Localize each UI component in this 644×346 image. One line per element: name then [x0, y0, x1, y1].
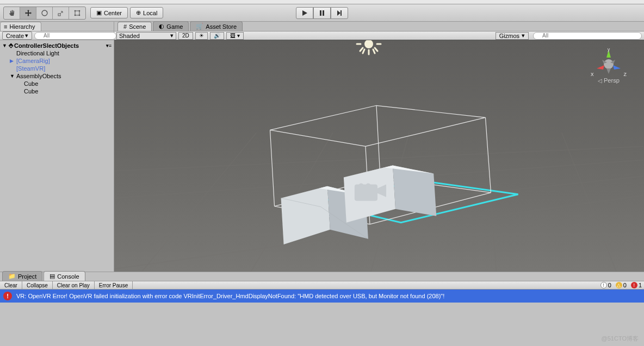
svg-line-16 [363, 49, 364, 53]
svg-point-30 [604, 59, 614, 69]
svg-point-3 [75, 10, 76, 11]
main-toolbar: ▣Center ⊕Local [0, 4, 644, 22]
svg-line-22 [142, 133, 256, 272]
svg-rect-9 [340, 10, 342, 16]
scale-tool[interactable] [53, 7, 69, 19]
gizmos-dropdown[interactable]: Gizmos▾ [496, 32, 529, 40]
play-controls [296, 7, 348, 19]
pause-button[interactable] [313, 7, 331, 19]
unity-icon: ⬘ [9, 42, 13, 49]
cart-icon: 🛒 [196, 23, 203, 30]
step-button[interactable] [331, 7, 348, 19]
svg-line-17 [373, 49, 375, 53]
scene-menu-icon[interactable]: ▾≡ [106, 43, 112, 48]
svg-point-29 [366, 184, 371, 189]
move-tool[interactable] [20, 7, 36, 19]
svg-line-12 [360, 48, 363, 51]
scene-root[interactable]: ▼⬘ControllerSlectObjects▾≡ [0, 41, 114, 49]
hierarchy-item[interactable]: ▶[CameraRig] [0, 57, 114, 65]
hierarchy-item[interactable]: Directional Light [0, 49, 114, 57]
error-message-text: VR: OpenVR Error! OpenVR failed initiali… [16, 293, 444, 299]
svg-rect-7 [320, 10, 321, 16]
error-count[interactable]: !1 [629, 282, 644, 288]
lighting-toggle[interactable]: ☀ [195, 32, 208, 40]
local-icon: ⊕ [136, 9, 141, 16]
menu-bar [0, 0, 644, 4]
scene-viewport[interactable]: xz y ◁ Persp [114, 40, 644, 272]
scene-search[interactable] [533, 32, 642, 40]
scene-icon: # [123, 23, 127, 30]
hierarchy-item[interactable]: Cube [0, 80, 114, 87]
svg-point-6 [79, 14, 81, 16]
tab-asset-store[interactable]: 🛒Asset Store [190, 21, 243, 31]
svg-line-13 [375, 48, 377, 51]
sun-light-icon [355, 40, 382, 58]
svg-point-28 [358, 184, 364, 189]
rotation-mode-button[interactable]: ⊕Local [130, 7, 163, 18]
chevron-down-icon: ▾ [522, 32, 525, 39]
clear-on-play-button[interactable]: Clear on Play [53, 281, 95, 289]
tab-game[interactable]: ◐Game [153, 21, 189, 31]
scene-3d-content [114, 40, 644, 272]
create-button[interactable]: Create▾ [2, 32, 32, 40]
tab-scene[interactable]: #Scene [117, 22, 152, 31]
svg-point-5 [75, 14, 76, 16]
svg-line-26 [562, 133, 616, 272]
pivot-mode-button[interactable]: ▣Center [90, 7, 128, 18]
hierarchy-item[interactable]: [SteamVR] [0, 65, 114, 72]
game-icon: ◐ [159, 23, 164, 30]
cube-object [344, 166, 436, 223]
shading-mode-dropdown[interactable]: Shaded▾ [116, 32, 176, 40]
folder-icon: 📁 [8, 273, 16, 280]
hierarchy-tab[interactable]: ≡Hierarchy [0, 22, 41, 31]
error-icon: ! [3, 292, 12, 300]
svg-rect-2 [75, 11, 79, 15]
hierarchy-search[interactable] [34, 32, 116, 40]
play-button[interactable] [296, 7, 313, 19]
hierarchy-tree: ▼⬘ControllerSlectObjects▾≡ Directional L… [0, 40, 114, 272]
hierarchy-icon: ≡ [4, 23, 7, 30]
orientation-gizmo[interactable]: xz y ◁ Persp [590, 47, 628, 84]
tab-console[interactable]: ▤Console [44, 271, 85, 281]
chevron-down-icon: ▾ [170, 32, 174, 39]
svg-rect-8 [323, 10, 324, 16]
scene-area: #Scene ◐Game 🛒Asset Store Shaded▾ 2D ☀ 🔊… [114, 22, 644, 272]
hand-tool[interactable] [4, 7, 20, 19]
mode-2d-toggle[interactable]: 2D [178, 32, 193, 40]
console-error-row[interactable]: ! VR: OpenVR Error! OpenVR failed initia… [0, 290, 644, 303]
dropdown-icon: ▾ [25, 32, 28, 39]
info-count[interactable]: !0 [598, 282, 614, 288]
rect-tool[interactable] [69, 7, 85, 19]
rotate-tool[interactable] [36, 7, 53, 19]
warn-count[interactable]: △0 [614, 282, 629, 288]
hierarchy-item[interactable]: ▼AssemblyObects [0, 72, 114, 80]
svg-rect-1 [58, 14, 60, 16]
svg-point-10 [364, 40, 373, 48]
console-icon: ▤ [49, 273, 55, 280]
audio-toggle[interactable]: 🔊 [210, 32, 224, 40]
clear-button[interactable]: Clear [0, 281, 22, 289]
transform-tools [3, 7, 86, 20]
hierarchy-panel: ≡Hierarchy Create▾ ▼⬘ControllerSlectObje… [0, 22, 114, 272]
svg-point-4 [79, 10, 81, 11]
error-pause-button[interactable]: Error Pause [95, 281, 133, 289]
collapse-button[interactable]: Collapse [22, 281, 53, 289]
hierarchy-item[interactable]: Cube [0, 87, 114, 95]
bottom-panel: 📁Project ▤Console Clear Collapse Clear o… [0, 272, 644, 346]
tab-project[interactable]: 📁Project [2, 271, 42, 281]
fx-dropdown[interactable]: 🖼 ▾ [226, 32, 244, 40]
center-icon: ▣ [96, 9, 102, 16]
watermark: @51CTO博客 [602, 335, 639, 343]
